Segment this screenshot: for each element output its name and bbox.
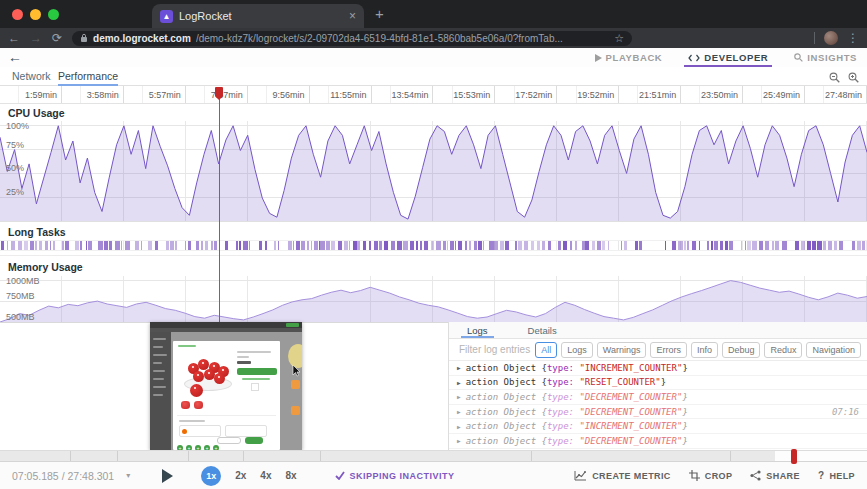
long-tasks-strip[interactable] <box>0 240 867 251</box>
filter-log-entries-input[interactable] <box>459 344 531 355</box>
timeline-cell[interactable]: 3:58min <box>62 86 124 103</box>
cpu-usage-chart[interactable]: 100%75%50%25% <box>0 121 867 222</box>
long-task-bar <box>293 241 294 250</box>
chevron-down-icon[interactable]: ▾ <box>126 471 130 480</box>
long-task-bar <box>326 241 330 250</box>
filter-all[interactable]: All <box>535 342 557 358</box>
scrubber-handle[interactable] <box>791 449 797 464</box>
close-window-button[interactable] <box>12 9 23 20</box>
back-button[interactable]: ← <box>8 49 22 65</box>
long-task-bar <box>575 241 578 250</box>
timeline-cell[interactable]: 13:54min <box>372 86 434 103</box>
zoom-in-icon[interactable] <box>848 69 859 87</box>
expand-caret-icon[interactable]: ▶ <box>457 408 461 415</box>
log-timestamp: 07:16 <box>832 407 859 417</box>
timeline-cell[interactable]: 17:52min <box>495 86 557 103</box>
timeline-cell[interactable]: 9:56min <box>248 86 310 103</box>
long-task-bar <box>98 241 103 250</box>
tab-close-icon[interactable]: × <box>349 9 356 23</box>
timeline-ruler[interactable]: 1:59min3:58min5:57min7:57min9:56min11:55… <box>0 86 867 104</box>
profile-avatar[interactable] <box>824 31 838 45</box>
create-metric-label: CREATE METRIC <box>592 471 671 481</box>
timeline-cell[interactable]: 5:57min <box>124 86 186 103</box>
play-button[interactable] <box>162 469 173 483</box>
timeline-cell[interactable]: 11:55min <box>310 86 372 103</box>
filter-debug[interactable]: Debug <box>722 342 761 358</box>
speed-2x[interactable]: 2x <box>235 470 246 481</box>
log-entry[interactable]: ▶action Object {type: "DECREMENT_COUNTER… <box>449 434 867 449</box>
maximize-window-button[interactable] <box>48 9 59 20</box>
timeline-cell[interactable]: 27:48min <box>805 86 867 103</box>
crop-button[interactable]: CROP <box>689 470 733 481</box>
tab-insights[interactable]: INSIGHTS <box>794 48 857 67</box>
browser-reload-icon[interactable]: ⟳ <box>52 31 62 45</box>
log-entry[interactable]: ▶action Object {type: "RESET_COUNTER"} <box>449 376 867 391</box>
long-task-bar <box>707 241 710 250</box>
time-display[interactable]: 07:05.185 / 27:48.301 <box>12 470 114 482</box>
address-bar[interactable]: demo.logrocket.com /demo-kdz7k/logrocket… <box>72 31 632 46</box>
expand-caret-icon[interactable]: ▶ <box>457 423 461 430</box>
long-task-bar <box>447 241 449 250</box>
long-task-bar <box>75 241 80 250</box>
tab-developer[interactable]: DEVELOPER <box>688 48 768 67</box>
long-task-bar <box>205 241 209 250</box>
speed-1x[interactable]: 1x <box>201 466 221 486</box>
session-preview[interactable]: + + + + + <box>150 322 302 450</box>
zoom-out-icon[interactable] <box>829 69 840 87</box>
expand-caret-icon[interactable]: ▶ <box>457 379 461 386</box>
tab-playback[interactable]: PLAYBACK <box>594 48 663 67</box>
timeline-cell[interactable]: 15:53min <box>433 86 495 103</box>
tab-network[interactable]: Network <box>12 67 51 85</box>
browser-forward-icon[interactable]: → <box>30 31 42 45</box>
player-toolbar: 07:05.185 / 27:48.301 ▾ 1x2x4x8x SKIPPIN… <box>0 462 867 489</box>
browser-menu-icon[interactable]: ⋮ <box>847 31 859 45</box>
new-tab-button[interactable]: + <box>375 8 384 20</box>
speed-4x[interactable]: 4x <box>260 470 271 481</box>
long-task-bar <box>548 241 551 250</box>
window-controls[interactable] <box>12 9 59 20</box>
long-task-bar <box>862 241 866 250</box>
playhead-line[interactable] <box>219 87 220 322</box>
log-text: action Object {type: "INCREMENT_COUNTER"… <box>466 421 688 431</box>
filter-errors[interactable]: Errors <box>650 342 687 358</box>
browser-back-icon[interactable]: ← <box>8 31 20 45</box>
expand-caret-icon[interactable]: ▶ <box>457 393 461 400</box>
timeline-cell[interactable]: 1:59min <box>0 86 62 103</box>
log-entry[interactable]: ▶action Object {type: "INCREMENT_COUNTER… <box>449 419 867 434</box>
filter-logs[interactable]: Logs <box>561 342 593 358</box>
log-text: action Object {type: "DECREMENT_COUNTER"… <box>466 436 688 446</box>
filter-warnings[interactable]: Warnings <box>597 342 647 358</box>
tab-performance[interactable]: Performance <box>58 67 118 85</box>
create-metric-button[interactable]: CREATE METRIC <box>574 470 671 481</box>
skipping-inactivity-toggle[interactable]: SKIPPING INACTIVITY <box>335 471 455 481</box>
minimize-window-button[interactable] <box>30 9 41 20</box>
expand-caret-icon[interactable]: ▶ <box>457 364 461 371</box>
speed-8x[interactable]: 8x <box>285 470 296 481</box>
long-task-bar <box>135 241 139 250</box>
timeline-cell[interactable]: 21:51min <box>619 86 681 103</box>
logs-tab-details[interactable]: Details <box>528 322 557 338</box>
divider <box>814 32 815 44</box>
timeline-scrubber[interactable] <box>0 450 867 462</box>
long-task-bar <box>236 241 238 250</box>
long-task-bar <box>1 241 4 250</box>
timeline-cell[interactable]: 19:52min <box>557 86 619 103</box>
help-button[interactable]: ? HELP <box>818 470 855 481</box>
browser-tab[interactable]: ▲ LogRocket × <box>152 4 364 28</box>
long-task-bar <box>801 241 806 250</box>
share-button[interactable]: SHARE <box>750 470 800 481</box>
timeline-label: 19:52min <box>577 90 618 100</box>
filter-redux[interactable]: Redux <box>764 342 802 358</box>
filter-info[interactable]: Info <box>691 342 718 358</box>
cpu-usage-title: CPU Usage <box>8 107 65 119</box>
filter-navigation[interactable]: Navigation <box>806 342 861 358</box>
memory-usage-chart[interactable]: 1000MB750MB500MB <box>0 276 867 322</box>
timeline-cell[interactable]: 25:49min <box>743 86 805 103</box>
log-entry[interactable]: ▶action Object {type: "DECREMENT_COUNTER… <box>449 405 867 420</box>
log-entry[interactable]: ▶action Object {type: "INCREMENT_COUNTER… <box>449 361 867 376</box>
timeline-cell[interactable]: 23:50min <box>681 86 743 103</box>
logs-tab-logs[interactable]: Logs <box>467 322 488 338</box>
expand-caret-icon[interactable]: ▶ <box>457 437 461 444</box>
bookmark-star-icon[interactable]: ☆ <box>614 32 624 45</box>
log-entry[interactable]: ▶action Object {type: "DECREMENT_COUNTER… <box>449 390 867 405</box>
